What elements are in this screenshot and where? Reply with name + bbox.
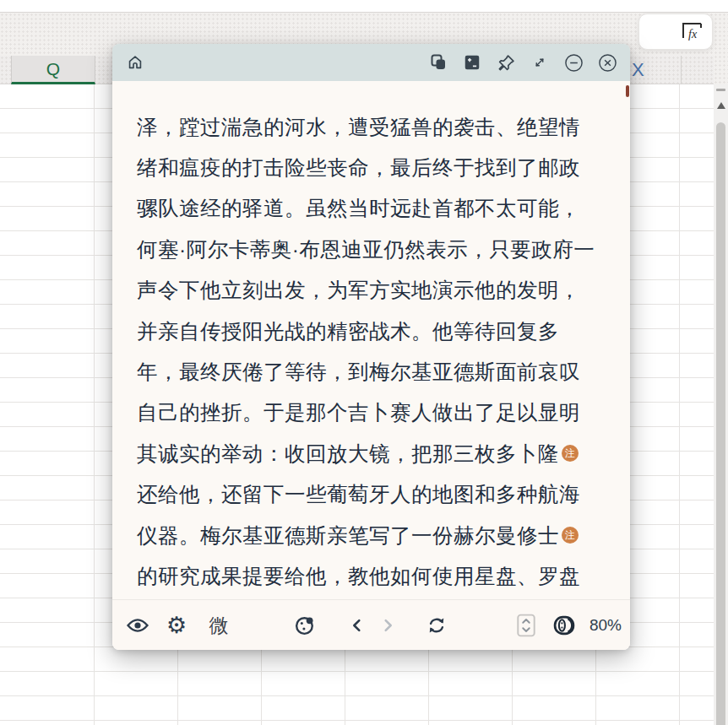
expand-icon[interactable] bbox=[530, 52, 550, 73]
pin-icon[interactable] bbox=[496, 52, 516, 73]
text-line: 自己的挫折。于是那个吉卜赛人做出了足以显明 bbox=[137, 392, 606, 433]
text-line: 骡队途经的驿道。虽然当时远赴首都不太可能， bbox=[137, 188, 606, 229]
reader-panel: 泽，蹚过湍急的河水，遭受猛兽的袭击、绝望情绪和瘟疫的打击险些丧命，最后终于找到了… bbox=[112, 44, 630, 650]
split-handle[interactable] bbox=[716, 89, 725, 91]
text-line-content: 还给他，还留下一些葡萄牙人的地图和多种航海 bbox=[137, 480, 580, 508]
column-header-q[interactable]: Q bbox=[11, 56, 95, 84]
scroll-spinner-icon[interactable] bbox=[516, 614, 536, 637]
text-line-content: 声令下他立刻出发，为军方实地演示他的发明， bbox=[137, 276, 580, 304]
eye-icon[interactable] bbox=[125, 615, 150, 636]
svg-text:fx: fx bbox=[688, 28, 698, 41]
palette-icon[interactable] bbox=[294, 614, 316, 636]
text-line: 仪器。梅尔基亚德斯亲笔写了一份赫尔曼修士注 bbox=[137, 515, 606, 555]
text-line-content: 年，最终厌倦了等待，到梅尔基亚德斯面前哀叹 bbox=[137, 358, 580, 386]
text-line-content: 泽，蹚过湍急的河水，遭受猛兽的袭击、绝望情 bbox=[137, 113, 580, 141]
vertical-scrollbar[interactable] bbox=[714, 84, 728, 725]
text-line: 绪和瘟疫的打击险些丧命，最后终于找到了邮政 bbox=[137, 147, 606, 187]
reading-text: 泽，蹚过湍急的河水，遭受猛兽的袭击、绝望情绪和瘟疫的打击险些丧命，最后终于找到了… bbox=[137, 106, 606, 597]
zoom-level-label: 80% bbox=[589, 616, 622, 635]
text-line: 声令下他立刻出发，为军方实地演示他的发明， bbox=[137, 270, 606, 311]
text-line-content: 绪和瘟疫的打击险些丧命，最后终于找到了邮政 bbox=[137, 154, 580, 181]
text-line-content: 骡队途经的驿道。虽然当时远赴首都不太可能， bbox=[137, 194, 580, 222]
text-line: 何塞·阿尔卡蒂奥·布恩迪亚仍然表示，只要政府一 bbox=[137, 229, 606, 269]
home-icon[interactable] bbox=[125, 52, 145, 73]
text-line-content: 其诚实的举动：收回放大镜，把那三枚多卜隆 bbox=[137, 440, 559, 468]
scrollbar-thumb[interactable] bbox=[716, 122, 725, 725]
column-x-label: X bbox=[632, 59, 644, 81]
wechat-label: 微 bbox=[209, 612, 229, 638]
annotation-note-badge[interactable]: 注 bbox=[562, 445, 579, 462]
reader-titlebar[interactable] bbox=[112, 44, 630, 81]
column-header-x[interactable]: X bbox=[630, 57, 681, 83]
close-icon[interactable] bbox=[597, 52, 617, 73]
scroll-up-arrow-icon[interactable] bbox=[717, 102, 725, 109]
minimize-icon[interactable] bbox=[563, 52, 584, 73]
wechat-button[interactable]: 微 bbox=[209, 612, 229, 638]
app-top-strip bbox=[0, 0, 728, 13]
text-line-content: 并亲自传授阳光战的精密战术。他等待回复多 bbox=[137, 317, 559, 345]
text-line: 并亲自传授阳光战的精密战术。他等待回复多 bbox=[137, 311, 606, 351]
text-line: 泽，蹚过湍急的河水，遭受猛兽的袭击、绝望情 bbox=[137, 106, 606, 147]
text-line: 年，最终厌倦了等待，到梅尔基亚德斯面前哀叹 bbox=[137, 351, 606, 392]
text-line-content: 自己的挫折。于是那个吉卜赛人做出了足以显明 bbox=[137, 398, 580, 426]
text-line: 其诚实的举动：收回放大镜，把那三枚多卜隆注 bbox=[137, 433, 606, 473]
text-line: 的研究成果提要给他，教他如何使用星盘、罗盘 bbox=[137, 555, 606, 596]
reader-content: 泽，蹚过湍急的河水，遭受猛兽的袭击、绝望情绪和瘟疫的打击险些丧命，最后终于找到了… bbox=[112, 81, 630, 599]
text-line-content: 何塞·阿尔卡蒂奥·布恩迪亚仍然表示，只要政府一 bbox=[137, 235, 595, 263]
content-scroll-indicator[interactable] bbox=[626, 85, 629, 97]
insert-function-button[interactable]: fx bbox=[638, 14, 713, 50]
text-line-content: 仪器。梅尔基亚德斯亲笔写了一份赫尔曼修士 bbox=[137, 522, 559, 549]
exposure-adjust-icon[interactable] bbox=[462, 52, 482, 73]
forward-icon[interactable] bbox=[378, 616, 397, 635]
settings-gear-icon[interactable]: ⚙ bbox=[166, 614, 187, 636]
zoom-level[interactable]: 80% bbox=[589, 616, 622, 635]
annotation-note-badge[interactable]: 注 bbox=[562, 527, 579, 544]
copy-icon[interactable] bbox=[428, 52, 448, 73]
back-icon[interactable] bbox=[348, 616, 367, 635]
reader-toolbar: ⚙ 微 bbox=[112, 599, 630, 650]
page-roll-icon[interactable] bbox=[553, 614, 576, 636]
text-line-content: 的研究成果提要给他，教他如何使用星盘、罗盘 bbox=[137, 562, 580, 590]
column-q-label: Q bbox=[46, 59, 60, 79]
column-divider bbox=[681, 56, 682, 84]
fx-icon: fx bbox=[679, 19, 704, 46]
text-line: 还给他，还留下一些葡萄牙人的地图和多种航海 bbox=[137, 474, 606, 515]
refresh-icon[interactable] bbox=[426, 614, 448, 636]
